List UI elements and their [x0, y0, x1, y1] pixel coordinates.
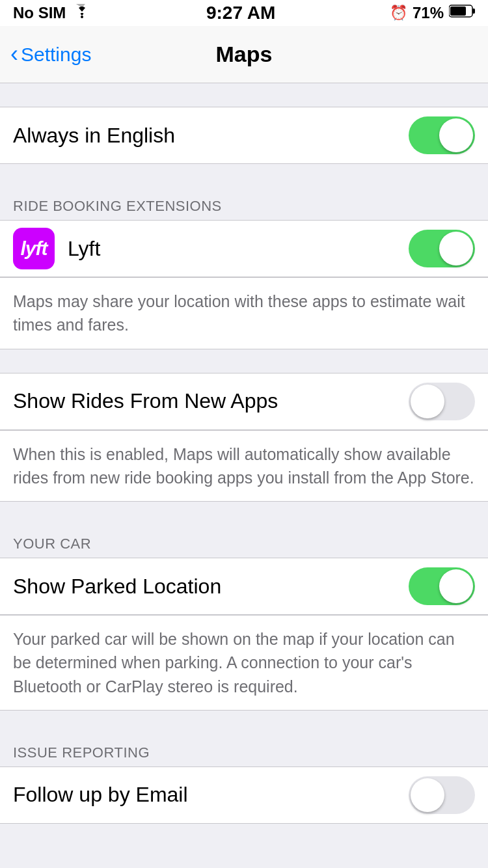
always-in-english-row: Always in English — [0, 107, 488, 164]
show-rides-label: Show Rides From New Apps — [13, 389, 409, 413]
show-rides-description: When this is enabled, Maps will automati… — [0, 430, 488, 502]
lyft-label-group: lyft Lyft — [13, 228, 409, 269]
status-right: ⏰ 71% — [390, 4, 475, 22]
toggle-knob — [411, 385, 444, 418]
section-gap-1 — [0, 83, 488, 107]
back-button[interactable]: ‹ Settings — [10, 44, 91, 66]
svg-rect-2 — [472, 8, 475, 14]
status-left: No SIM — [13, 4, 92, 22]
nav-bar: ‹ Settings Maps — [0, 26, 488, 83]
wifi-icon — [72, 4, 92, 22]
status-bar: No SIM 9:27 AM ⏰ 71% — [0, 0, 488, 26]
issue-reporting-group: Follow up by Email — [0, 766, 488, 824]
always-in-english-group: Always in English — [0, 107, 488, 164]
back-arrow-icon: ‹ — [10, 42, 18, 66]
lyft-icon-text: lyft — [21, 237, 47, 260]
lyft-row: lyft Lyft — [0, 220, 488, 277]
toggle-knob — [439, 569, 473, 603]
status-time: 9:27 AM — [206, 3, 275, 23]
show-rides-group: Show Rides From New Apps — [0, 373, 488, 430]
parked-location-description: Your parked car will be shown on the map… — [0, 615, 488, 711]
section-gap-3 — [0, 349, 488, 373]
svg-point-0 — [81, 16, 83, 18]
alarm-icon: ⏰ — [390, 5, 407, 21]
battery-percentage: 71% — [413, 4, 444, 22]
section-gap-2 — [0, 164, 488, 187]
always-in-english-label: Always in English — [13, 124, 409, 148]
battery-icon — [449, 4, 475, 22]
back-label: Settings — [21, 44, 91, 66]
lyft-label: Lyft — [68, 237, 100, 261]
always-in-english-toggle[interactable] — [409, 116, 475, 154]
carrier-label: No SIM — [13, 4, 66, 22]
section-gap-bottom — [0, 824, 488, 863]
show-parked-location-label: Show Parked Location — [13, 575, 409, 599]
show-parked-location-toggle[interactable] — [409, 567, 475, 605]
toggle-knob — [439, 118, 473, 152]
your-car-group: Show Parked Location — [0, 558, 488, 615]
follow-up-email-row: Follow up by Email — [0, 766, 488, 824]
svg-rect-3 — [450, 7, 466, 16]
section-gap-4 — [0, 502, 488, 525]
ride-booking-header: RIDE BOOKING EXTENSIONS — [0, 187, 488, 220]
lyft-app-icon: lyft — [13, 228, 55, 269]
section-gap-5 — [0, 711, 488, 734]
show-rides-row: Show Rides From New Apps — [0, 373, 488, 430]
follow-up-email-label: Follow up by Email — [13, 783, 409, 807]
your-car-header: YOUR CAR — [0, 525, 488, 558]
page-title: Maps — [216, 42, 273, 67]
lyft-description: Maps may share your location with these … — [0, 277, 488, 349]
lyft-toggle[interactable] — [409, 230, 475, 267]
ride-booking-group: lyft Lyft — [0, 220, 488, 277]
follow-up-email-toggle[interactable] — [409, 776, 475, 814]
show-parked-location-row: Show Parked Location — [0, 558, 488, 615]
toggle-knob — [411, 778, 444, 812]
show-rides-toggle[interactable] — [409, 383, 475, 420]
issue-reporting-header: ISSUE REPORTING — [0, 734, 488, 766]
toggle-knob — [439, 232, 473, 265]
